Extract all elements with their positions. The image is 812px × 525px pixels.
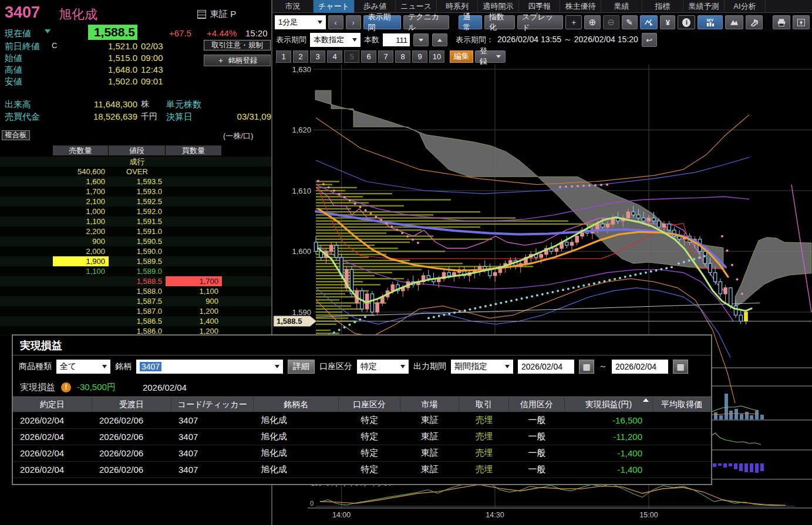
tab-業績[interactable]: 業績: [601, 0, 642, 13]
calendar-icon[interactable]: ▦: [579, 360, 594, 374]
page-button-4[interactable]: 4: [327, 50, 342, 63]
technical-button[interactable]: テクニカル: [403, 15, 449, 29]
count-up-button[interactable]: [432, 33, 447, 46]
pl-cell: -1,400: [565, 445, 653, 461]
draw-pencil-icon[interactable]: ✎: [622, 15, 638, 29]
settings-wrench-icon[interactable]: [746, 15, 763, 29]
print-icon[interactable]: [773, 15, 790, 29]
page-button-3[interactable]: 3: [310, 50, 325, 63]
pl-col-header[interactable]: 取引: [459, 397, 509, 412]
pl-table-row[interactable]: 2026/02/042026/02/063407旭化成特定東証売埋一般-11,2…: [13, 429, 711, 445]
pl-col-header[interactable]: 実現損益(円): [565, 397, 653, 412]
tab-指標[interactable]: 指標: [642, 0, 683, 13]
page-button-5[interactable]: 5: [344, 50, 359, 63]
orderbook-row[interactable]: 1,587.5900: [0, 296, 271, 306]
orderbook-row[interactable]: 1,7001,593.0: [0, 187, 271, 197]
yen-display-icon[interactable]: ¥: [660, 15, 675, 29]
composite-board-button[interactable]: 複合板: [2, 130, 30, 140]
orderbook-header-price: 値段: [109, 145, 166, 155]
register-page-button[interactable]: 登録: [475, 50, 506, 63]
calendar-icon[interactable]: ▦: [673, 360, 688, 374]
orderbook-row[interactable]: 2,1001,592.5: [0, 197, 271, 206]
orderbook-body: 成行540,600OVER1,6001,593.51,7001,593.02,1…: [0, 157, 271, 336]
trade-caution-button[interactable]: 取引注意・規制: [204, 40, 271, 50]
orderbook-row[interactable]: 1,6001,593.5: [0, 177, 271, 187]
pl-table-row[interactable]: 2026/02/042026/02/063407旭化成特定東証売埋一般-16,5…: [13, 412, 711, 429]
info-icon[interactable]: i: [678, 15, 695, 29]
pl-col-header[interactable]: コード/ティッカー: [171, 397, 254, 412]
zoom-in-icon[interactable]: ⊕: [584, 15, 601, 29]
realized-pl-window-titlebar[interactable]: 実現損益: [13, 336, 711, 355]
tab-適時開示[interactable]: 適時開示: [478, 0, 519, 13]
tab-四季報[interactable]: 四季報: [519, 0, 560, 13]
symbol-input[interactable]: 3407: [136, 360, 283, 374]
page-button-8[interactable]: 8: [395, 50, 410, 63]
pl-table-row[interactable]: 2026/02/042026/02/063407旭化成特定東証売埋一般-1,40…: [13, 445, 711, 462]
bar-count-input[interactable]: 111: [383, 33, 410, 46]
page-button-2[interactable]: 2: [293, 50, 308, 63]
detail-button[interactable]: 詳細: [288, 360, 315, 374]
orderbook-row[interactable]: 2,0001,590.0: [0, 246, 271, 256]
tab-市況[interactable]: 市況: [272, 0, 314, 13]
date-from-input[interactable]: 2026/02/04: [518, 360, 574, 374]
page-button-1[interactable]: 1: [276, 50, 291, 63]
count-down-button[interactable]: [413, 33, 429, 46]
add-watchlist-button[interactable]: ＋ 銘柄登録: [204, 55, 271, 66]
pl-col-header[interactable]: 市場: [400, 397, 459, 412]
orderbook-row[interactable]: 成行: [0, 157, 271, 167]
pl-col-header[interactable]: 口座区分: [339, 397, 400, 412]
prev-button[interactable]: ‹: [328, 15, 343, 29]
my-chart-icon[interactable]: MY: [698, 15, 722, 29]
tab-歩み値[interactable]: 歩み値: [355, 0, 396, 13]
period-mode-select[interactable]: 本数指定: [310, 33, 360, 47]
volume-unit: 株: [141, 99, 149, 110]
normal-mode-button[interactable]: 通常: [459, 15, 482, 29]
tab-業績予測[interactable]: 業績予測: [683, 0, 725, 13]
zoom-out-icon[interactable]: ⊖: [603, 15, 619, 29]
market-name: 東証 P: [210, 9, 236, 20]
reload-icon[interactable]: ↩: [642, 33, 657, 47]
spread-mode-button[interactable]: スプレッド: [517, 15, 563, 29]
orderbook-row[interactable]: 2,2001,591.0: [0, 226, 271, 236]
page-button-6[interactable]: 6: [361, 50, 376, 63]
orderbook-row[interactable]: 1,588.01,100: [0, 286, 271, 296]
tab-時系列[interactable]: 時系列: [437, 0, 478, 13]
pl-col-header[interactable]: 銘柄名: [254, 397, 339, 412]
tab-AI分析[interactable]: AI分析: [725, 0, 766, 13]
page-button-10[interactable]: 10: [429, 50, 444, 63]
orderbook-row[interactable]: 9001,590.5: [0, 236, 271, 246]
tab-チャート[interactable]: チャート: [314, 0, 355, 13]
next-button[interactable]: ›: [346, 15, 361, 29]
page-button-7[interactable]: 7: [378, 50, 393, 63]
pl-col-header[interactable]: 平均取得価: [653, 397, 711, 412]
indexed-mode-button[interactable]: 指数化: [484, 15, 515, 29]
orderbook-row[interactable]: 1,9001,589.5: [0, 256, 271, 266]
tab-株主優待[interactable]: 株主優待: [560, 0, 601, 13]
add-compare-button[interactable]: ＋: [565, 15, 582, 29]
pl-table-row[interactable]: 2026/02/042026/02/063407旭化成特定東証売埋一般-1,40…: [13, 462, 711, 478]
orderbook-row[interactable]: 1,1001,589.0: [0, 266, 271, 276]
output-period-select[interactable]: 期間指定: [451, 360, 513, 374]
product-type-select[interactable]: 全て: [56, 360, 110, 374]
edit-button[interactable]: 編集: [450, 50, 473, 63]
orderbook-row[interactable]: 540,600OVER: [0, 167, 271, 177]
page-button-9[interactable]: 9: [412, 50, 427, 63]
orderbook-row[interactable]: 1,1001,591.5: [0, 216, 271, 226]
pl-col-header[interactable]: 約定日: [13, 397, 92, 412]
tab-ニュース[interactable]: ニュース: [396, 0, 437, 13]
crosshair-tool-icon[interactable]: [640, 15, 658, 29]
window-title: 実現損益: [20, 338, 62, 353]
date-to-input[interactable]: 2026/02/04: [612, 360, 668, 374]
price-change-pct: +4.44%: [207, 28, 237, 38]
mountain-chart-icon[interactable]: [725, 15, 743, 29]
orderbook-row[interactable]: 1,588.51,700: [0, 276, 271, 286]
orderbook-row[interactable]: 1,587.01,200: [0, 306, 271, 316]
display-period-button[interactable]: 表示期間: [363, 15, 401, 29]
pl-col-header[interactable]: 信用区分: [509, 397, 565, 412]
account-type-select[interactable]: 特定: [357, 360, 409, 374]
popout-window-icon[interactable]: [793, 15, 810, 29]
orderbook-row[interactable]: 1,0001,592.0: [0, 206, 271, 216]
interval-select[interactable]: 1分足: [275, 15, 326, 29]
pl-col-header[interactable]: 受渡日: [92, 397, 171, 412]
orderbook-row[interactable]: 1,586.51,400: [0, 316, 271, 326]
